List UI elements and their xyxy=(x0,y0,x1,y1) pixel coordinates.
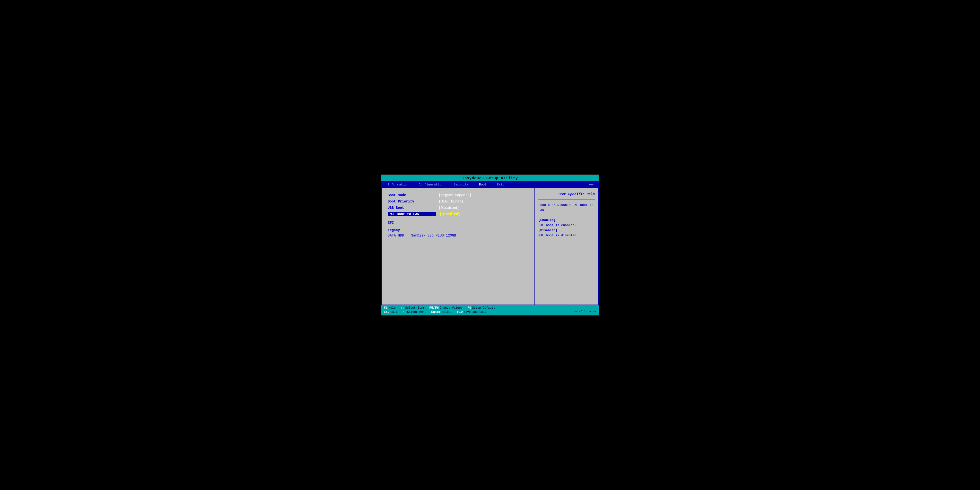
arrows-select-menu-desc: Select Menu xyxy=(407,310,426,314)
f9-desc: Setup Default xyxy=(472,306,495,310)
f9-key: F9 xyxy=(468,306,471,310)
boot-mode-label: Boot Mode xyxy=(388,193,436,197)
bottom-bar: F1 Help ↑↓ Select Item F5/F6 Change Valu… xyxy=(381,305,599,315)
boot-mode-row[interactable]: Boot Mode [Legacy Support] xyxy=(388,193,529,197)
f5f6-group: F5/F6 Change Values xyxy=(429,306,463,310)
legacy-header: Legacy xyxy=(388,228,529,232)
help-enabled-label: [Enabled] xyxy=(538,218,555,222)
nav-information[interactable]: Information xyxy=(386,182,410,187)
esc-key: ESC xyxy=(384,310,389,314)
bios-screen: InsydeH20 Setup Utility Information Conf… xyxy=(380,175,599,315)
arrow-menu-key: ↑↓ xyxy=(402,310,406,314)
arrows-select-menu-group: ↑↓ Select Menu xyxy=(402,310,426,314)
f1-key: F1 xyxy=(384,306,388,310)
help-description: Enable or Disable PXE boot to LAN. [Enab… xyxy=(538,203,595,238)
usb-boot-label: USB Boot xyxy=(388,206,436,210)
f5f6-desc: Change Values xyxy=(440,306,463,310)
f10-desc: Save and Exit xyxy=(464,310,487,314)
title-text: InsydeH20 Setup Utility xyxy=(462,176,518,180)
title-bar: InsydeH20 Setup Utility xyxy=(381,175,599,181)
f1-desc: Help xyxy=(389,306,396,310)
pxe-boot-label: PXE Boot to LAN xyxy=(388,212,436,216)
sata-hdd-label: SATA HDD xyxy=(388,234,404,237)
f10-key: F10 xyxy=(457,310,463,314)
help-title: Item Specific Help xyxy=(538,192,595,196)
boot-mode-value: [Legacy Support] xyxy=(439,193,471,197)
sata-hdd-row[interactable]: SATA HDD : SanDisk SSD PLUS 120GB xyxy=(388,234,529,237)
help-desc-text: Enable or Disable PXE boot to LAN. xyxy=(538,203,593,212)
f9-group: F9 Setup Default xyxy=(468,306,495,310)
usb-boot-value: [Disabled] xyxy=(439,206,459,210)
arrow-updown-key: ↑↓ xyxy=(400,306,404,310)
help-disabled-desc: PXE boot is disabled. xyxy=(538,234,578,237)
arrows-select-item-desc: Select Item xyxy=(405,306,425,310)
nav-boot[interactable]: Boot xyxy=(477,182,488,187)
esc-group: ESC Exit xyxy=(384,310,398,314)
arrows-select-item-group: ↑↓ Select Item xyxy=(400,306,425,310)
usb-boot-row[interactable]: USB Boot [Disabled] xyxy=(388,206,529,210)
boot-priority-row[interactable]: Boot Priority [UEFI First] xyxy=(388,200,529,204)
esc-desc: Exit xyxy=(390,310,398,314)
nav-configuration[interactable]: Configuration xyxy=(417,182,445,187)
f5f6-key: F5/F6 xyxy=(429,306,439,310)
key-hint: Key xyxy=(589,183,594,186)
help-enabled-desc: PXE boot is enabled. xyxy=(538,223,576,227)
nav-bar: Information Configuration Security Boot … xyxy=(381,181,599,188)
enter-desc: Select xyxy=(442,310,452,314)
pxe-boot-value: [Disabled] xyxy=(440,212,460,216)
sata-hdd-value: : SanDisk SSD PLUS 120GB xyxy=(407,234,456,237)
nav-exit[interactable]: Exit xyxy=(495,182,506,187)
efi-header: EFI xyxy=(388,221,529,225)
datetime: 2020/5/2 20:50 xyxy=(574,310,596,314)
right-panel: Item Specific Help Enable or Disable PXE… xyxy=(535,188,598,305)
pxe-boot-row[interactable]: PXE Boot to LAN [Disabled] xyxy=(388,212,529,216)
f10-group: F10 Save and Exit xyxy=(457,310,486,314)
boot-priority-label: Boot Priority xyxy=(388,200,436,204)
enter-group: Enter Select xyxy=(431,310,452,314)
help-disabled-label: [Disabled] xyxy=(538,229,557,232)
enter-key: Enter xyxy=(431,310,441,314)
boot-priority-value: [UEFI First] xyxy=(439,200,463,204)
left-panel: Boot Mode [Legacy Support] Boot Priority… xyxy=(382,188,535,305)
nav-security[interactable]: Security xyxy=(452,182,470,187)
main-content: Boot Mode [Legacy Support] Boot Priority… xyxy=(381,188,599,305)
f1-help-group: F1 Help xyxy=(384,306,395,310)
